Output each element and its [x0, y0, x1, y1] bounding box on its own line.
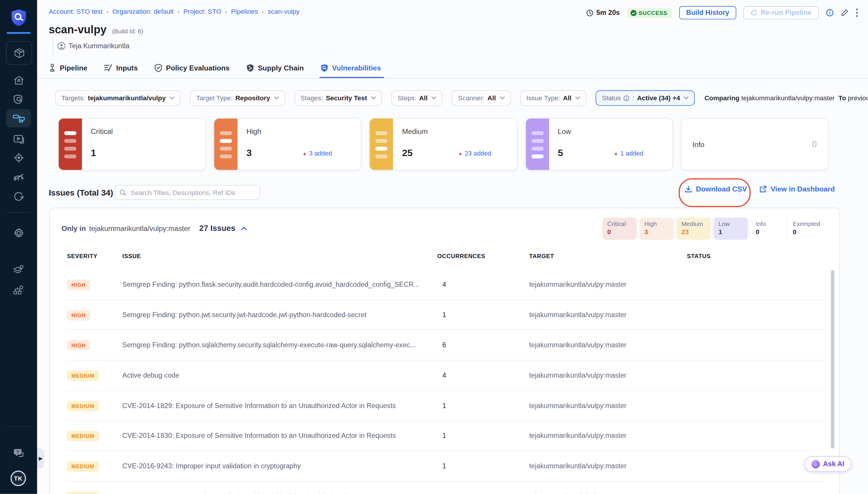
chevron-up-icon[interactable]: [241, 226, 247, 230]
breadcrumb-item[interactable]: Pipelines: [231, 8, 258, 16]
table-header: SEVERITY ISSUE OCCURRENCES TARGET STATUS: [67, 252, 826, 259]
severity-card[interactable]: Critical 1: [58, 118, 206, 170]
build-duration: 5m 20s: [586, 9, 620, 17]
module-cube-icon[interactable]: [6, 41, 32, 64]
vulnerabilities-shield-icon: [320, 63, 328, 72]
build-id: (Build Id: 6): [112, 28, 143, 35]
table-row[interactable]: MEDIUM CVE-2016-9243: Improper input val…: [67, 451, 826, 482]
search-input[interactable]: [130, 188, 255, 197]
settings-gear-icon[interactable]: [0, 225, 37, 242]
issue-title: Semgrep Finding: python.jwt.security.jwt…: [122, 311, 438, 319]
ask-ai-button[interactable]: Ask AI: [804, 456, 851, 472]
severity-cards: Critical 1 High 3 3 added Medium 25 23 a…: [58, 118, 829, 170]
table-row[interactable]: MEDIUM CVE-2014-1829: Exposure of Sensit…: [67, 391, 826, 421]
issues-table: HIGH Semgrep Finding: python.flask.secur…: [67, 269, 826, 494]
shield-search-icon[interactable]: [0, 91, 37, 108]
filter-chip-status[interactable]: Status : Active (34) +4: [596, 90, 695, 106]
severity-strip-icon: [59, 118, 82, 170]
added-delta: 23 added: [458, 150, 491, 157]
kebab-menu-icon[interactable]: [856, 8, 858, 17]
filter-chip[interactable]: Target Type: Repository: [190, 90, 285, 106]
sidebar-expand-handle[interactable]: ▶: [37, 449, 44, 468]
user-avatar[interactable]: TK: [11, 471, 26, 486]
issue-title: CVE-2014-1829: Exposure of Sensitive Inf…: [122, 402, 438, 410]
issue-target: tejakummarikuntla/vulpy:master: [529, 372, 687, 379]
severity-count-tile: Critical 0: [602, 217, 637, 240]
filter-chip[interactable]: Steps: All: [391, 90, 442, 106]
gitops-icon[interactable]: [0, 188, 37, 204]
issues-search[interactable]: [115, 185, 260, 200]
home-icon[interactable]: [0, 72, 37, 89]
comparing-label: Comparing tejakummarikuntla/vulpy:master…: [704, 94, 868, 102]
filter-chip[interactable]: Issue Type: All: [520, 90, 586, 106]
issue-target: tejakummarikuntla/vulpy:master: [529, 462, 687, 470]
severity-badge: MEDIUM: [67, 461, 99, 472]
executions-icon[interactable]: [0, 131, 37, 147]
issue-title: Semgrep Finding: python.flask.security.a…: [122, 281, 438, 288]
view-in-dashboard-button[interactable]: View in Dashboard: [759, 185, 835, 193]
build-history-button[interactable]: Build History: [679, 6, 736, 19]
policy-shield-check-icon: [154, 63, 162, 72]
breadcrumb-item[interactable]: scan-vulpy: [268, 8, 300, 16]
issue-title: Active debug code: [122, 372, 438, 379]
issue-target: tejakummarikuntla/vulpy:master: [529, 493, 687, 494]
issue-target: tejakummarikuntla/vulpy:master: [529, 341, 687, 349]
severity-card[interactable]: High 3 3 added: [214, 118, 362, 170]
page-title: scan-vulpy: [49, 23, 107, 36]
edit-pencil-icon[interactable]: [841, 9, 849, 17]
tabs-divider: [37, 78, 868, 79]
harness-sto-logo-icon[interactable]: [0, 8, 37, 28]
tab-pipeline[interactable]: Pipeline: [49, 57, 88, 78]
pipelines-nav-active[interactable]: [6, 109, 31, 128]
tab-supply-chain[interactable]: Supply Chain: [246, 57, 304, 78]
nav-divider: [7, 212, 31, 212]
status-badge: SUCCESS: [627, 8, 672, 17]
info-icon[interactable]: [826, 9, 834, 17]
table-row[interactable]: MEDIUM CVE-2017-11424: PyJWT: key confus…: [67, 482, 826, 494]
group-target: tejakummarikuntla/vulpy:master: [89, 224, 190, 232]
chevron-down-icon: [274, 96, 279, 100]
group-header[interactable]: Only in tejakummarikuntla/vulpy:master 2…: [61, 224, 247, 232]
search-icon: [119, 189, 126, 196]
occurrences-count: 6: [437, 341, 529, 349]
filter-chip[interactable]: Scanner: All: [452, 90, 511, 106]
table-scrollbar[interactable]: [831, 270, 834, 449]
occurrences-count: 1: [437, 311, 529, 319]
filter-chip[interactable]: Targets: tejakummarikuntla/vulpy: [55, 90, 180, 106]
severity-strip-icon: [526, 118, 549, 170]
severity-count-tile: Exempted 0: [788, 217, 822, 240]
issue-title: CVE-2014-1830: Exposure of Sensitive Inf…: [122, 432, 438, 440]
severity-card-info[interactable]: Info 0: [681, 118, 829, 170]
download-csv-button[interactable]: Download CSV: [685, 185, 747, 193]
table-row[interactable]: HIGH Semgrep Finding: python.jwt.securit…: [67, 300, 826, 330]
tab-policy-evaluations[interactable]: Policy Evaluations: [154, 57, 229, 78]
external-link-icon: [759, 186, 767, 193]
environments-settings-icon[interactable]: [0, 261, 37, 278]
table-row[interactable]: MEDIUM CVE-2014-1830: Exposure of Sensit…: [67, 421, 826, 451]
help-chat-icon[interactable]: ?: [0, 445, 37, 462]
breadcrumb-item[interactable]: Organization: default: [112, 8, 174, 16]
app-viewport: ? TK ▶ Account: STO test › Organization:…: [0, 0, 868, 494]
chevron-down-icon: [576, 96, 580, 100]
check-circle-icon: [631, 10, 637, 16]
severity-badge: HIGH: [67, 280, 90, 290]
issue-title: CVE-2017-11424: PyJWT: key confusion wit…: [122, 493, 438, 494]
tab-bar: Pipeline Inputs Policy Evaluations Suppl…: [49, 57, 381, 78]
breadcrumb-item[interactable]: Project: STO: [183, 8, 221, 16]
severity-badge: MEDIUM: [67, 370, 99, 381]
severity-card[interactable]: Low 5 1 added: [525, 118, 673, 170]
hidden-eye-icon[interactable]: [0, 169, 37, 186]
occurrences-count: 4: [437, 372, 529, 379]
targets-icon[interactable]: [0, 149, 37, 166]
nav-divider-bottom: [7, 426, 31, 427]
tab-vulnerabilities[interactable]: Vulnerabilities: [320, 57, 381, 78]
rerun-pipeline-button[interactable]: Re-run Pipeline: [744, 6, 818, 19]
tab-inputs[interactable]: Inputs: [104, 57, 138, 78]
severity-card[interactable]: Medium 25 23 added: [369, 118, 517, 170]
breadcrumb-item[interactable]: Account: STO test: [49, 8, 102, 16]
default-settings-icon[interactable]: [0, 282, 37, 299]
table-row[interactable]: MEDIUM Active debug code 4 tejakummariku…: [67, 360, 826, 391]
table-row[interactable]: HIGH Semgrep Finding: python.flask.secur…: [67, 269, 826, 300]
filter-chip[interactable]: Stages: Security Test: [295, 90, 382, 106]
table-row[interactable]: HIGH Semgrep Finding: python.sqlalchemy.…: [67, 330, 826, 361]
